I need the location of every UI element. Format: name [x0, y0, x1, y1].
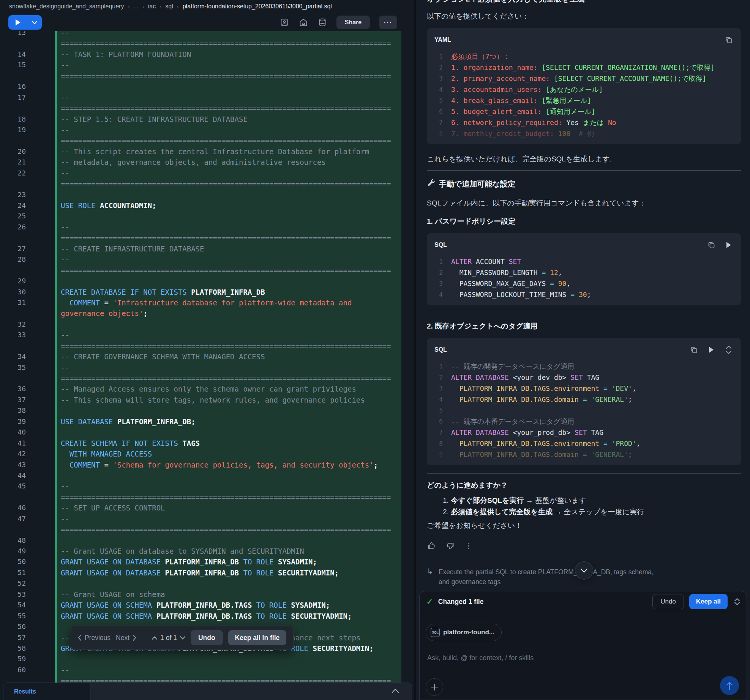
database-icon[interactable] — [317, 17, 327, 27]
ai-chat-pane: オプション2：必須値を入力して完全版を生成 以下の値を提供してください： YAM… — [416, 0, 750, 700]
closing-text: ご希望をお知らせください！ — [427, 521, 741, 531]
code-line: governance objects'; — [0, 308, 414, 319]
code-line: 39USE DATABASE PLATFORM_INFRA_DB; — [0, 416, 414, 427]
copy-icon[interactable] — [724, 35, 733, 44]
suggestion-text[interactable]: Execute the partial SQL to create PLATFO… — [439, 567, 666, 587]
sql-file-icon: SQL — [431, 628, 440, 637]
card-code-line: 43. accountadmin_users: [あなたのメール] — [434, 84, 733, 95]
app-window: 13--====================================… — [0, 0, 750, 700]
manual-settings-title: 手動で追加可能な設定 — [439, 179, 515, 189]
run-dropdown-icon[interactable] — [27, 15, 42, 30]
previous-diff-button[interactable]: Previous — [78, 634, 111, 642]
breadcrumb-root[interactable]: snowflake_designguide_and_samplequery — [9, 3, 124, 10]
code-line: 19-- — [0, 125, 414, 135]
changes-expander[interactable] — [734, 598, 740, 605]
card-code-lines: 1-- 既存の開発データベースにタグ適用2ALTER DATABASE <you… — [434, 361, 733, 460]
code-line: 60-- — [0, 665, 414, 675]
code-line: 33-- — [0, 330, 414, 340]
breadcrumb-sql[interactable]: sql — [165, 3, 173, 10]
collapse-chevron-up-icon[interactable] — [392, 687, 399, 694]
code-line: 59 — [0, 654, 414, 664]
copy-icon[interactable] — [707, 240, 716, 250]
code-line: ========================================… — [0, 179, 414, 189]
chevron-down-icon — [180, 636, 185, 640]
scroll-to-bottom-button[interactable] — [575, 561, 593, 580]
results-tab[interactable]: Results — [3, 683, 91, 700]
profile-icon[interactable] — [279, 17, 289, 27]
editor-pane: 13--====================================… — [0, 0, 414, 700]
chat-input-placeholder[interactable]: Ask, build, @ for context, / for skills — [427, 654, 534, 662]
thumbs-down-icon[interactable] — [446, 541, 455, 550]
code-line: 45-- — [0, 481, 414, 491]
run-sql-play-icon[interactable] — [724, 240, 733, 250]
keep-all-button[interactable]: Keep all — [689, 594, 728, 609]
thumbs-up-icon[interactable] — [427, 541, 436, 550]
undo-changes-button[interactable]: Undo — [652, 594, 684, 609]
card-code-line: 87. monthly_credit_budget: 100 # 例 — [434, 128, 733, 139]
next-diff-button[interactable]: Next — [116, 634, 136, 642]
expand-collapse-icon[interactable] — [724, 345, 733, 354]
card-code-line: 2ALTER DATABASE <your_dev_db> SET TAG — [434, 372, 733, 383]
send-button[interactable] — [720, 676, 739, 695]
code-line: 51GRANT USAGE ON DATABASE PLATFORM_INFRA… — [0, 567, 414, 578]
branch-arrow-icon: ↳ — [427, 566, 433, 587]
context-chip[interactable]: SQL platform-found... — [426, 624, 502, 641]
diff-review-toolbar: Previous Next 1 of 1 Undo Keep all in fi… — [71, 626, 294, 650]
check-icon: ✓ — [426, 597, 433, 606]
code-line: 28-- — [0, 254, 414, 265]
code-line: 14-- TASK 1: PLATFORM FOUNDATION — [0, 49, 414, 60]
code-line: 15-- — [0, 60, 414, 70]
more-options-button[interactable]: ··· — [379, 16, 397, 29]
breadcrumb-iac[interactable]: iac — [148, 3, 156, 10]
chevron-down-icon — [734, 602, 740, 605]
card-code-line: 6-- 既存の本番データベースにタグ適用 — [434, 416, 733, 427]
results-panel-header[interactable]: Results — [3, 683, 412, 700]
code-line: 38 — [0, 405, 414, 416]
code-line: 46-- SET UP ACCESS CONTROL — [0, 502, 414, 513]
card-code-line: 8 PLATFORM_INFRA_DB.TAGS.environment = '… — [434, 438, 733, 449]
breadcrumb-ellipsis[interactable]: ... — [133, 3, 138, 10]
chevron-right-icon: › — [159, 3, 161, 10]
card-code-line: 1必須項目（7つ）： — [434, 51, 733, 62]
code-line: 18-- STEP 1.5: CREATE INFRASTRUCTURE DAT… — [0, 114, 414, 125]
kebab-menu-icon[interactable]: ⋮ — [465, 541, 473, 550]
chevron-right-icon: › — [142, 3, 144, 10]
sql-code-card-2: SQL 1-- 既存の開発データベースにタグ適用2ALTER DATABAS — [427, 338, 741, 465]
code-line: ========================================… — [0, 71, 414, 81]
card-code-line: 7ALTER DATABASE <your_prod_db> SET TAG — [434, 427, 733, 438]
code-line: 20-- This script creates the central Inf… — [0, 146, 414, 157]
proceed-option-2: 2. 必須値を提供して完全版を生成 → 全ステップを一度に実行 — [443, 506, 741, 518]
run-split-button[interactable] — [8, 15, 42, 30]
breadcrumb-filename[interactable]: platform-foundation-setup_20260306153000… — [183, 3, 332, 10]
share-button[interactable]: Share — [336, 16, 370, 29]
editor-top-chrome: snowflake_designguide_and_samplequery › … — [0, 0, 414, 31]
code-rows[interactable]: 13--====================================… — [0, 27, 414, 686]
run-sql-play-icon[interactable] — [707, 345, 716, 354]
code-line: 22-- — [0, 168, 414, 179]
code-line: 25 — [0, 211, 414, 221]
chevron-right-icon: › — [128, 3, 129, 10]
diff-counter[interactable]: 1 of 1 — [152, 634, 185, 642]
copy-icon[interactable] — [689, 345, 698, 354]
keep-all-in-file-button[interactable]: Keep all in file — [228, 630, 287, 645]
card-code-line: 1-- 既存の開発データベースにタグ適用 — [434, 361, 733, 372]
code-line: 40 — [0, 427, 414, 438]
code-line: 32 — [0, 319, 414, 330]
code-line: 42 WITH MANAGED ACCESS — [0, 449, 414, 459]
chat-input-area[interactable]: SQL platform-found... Ask, build, @ for … — [420, 612, 747, 700]
diff-counter-label: 1 of 1 — [160, 634, 177, 642]
card-code-line: 21. organization_name: [SELECT CURRENT_O… — [434, 62, 733, 73]
sql-code-card-1: SQL 1ALTER ACCOUNT SET2 MIN_PASSWORD_LEN… — [427, 233, 741, 305]
code-card-language: SQL — [434, 346, 689, 353]
home-icon[interactable] — [298, 17, 308, 27]
code-card-language: YAML — [434, 36, 724, 43]
add-context-button[interactable] — [426, 678, 443, 696]
changed-files-bar: ✓ Changed 1 file Undo Keep all — [420, 591, 747, 612]
undo-diff-button[interactable]: Undo — [191, 630, 223, 645]
run-play-icon[interactable] — [8, 15, 27, 30]
breadcrumb[interactable]: snowflake_designguide_and_samplequery › … — [9, 3, 332, 10]
code-line: 16 — [0, 81, 414, 92]
card-code-line: 5 — [434, 405, 733, 416]
code-line: ========================================… — [0, 103, 414, 114]
code-line: 35-- — [0, 362, 414, 373]
